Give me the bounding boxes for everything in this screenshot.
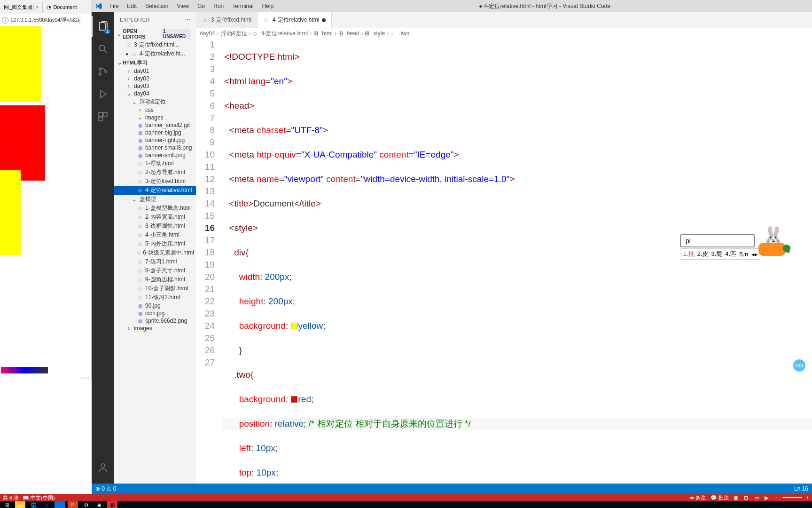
ime-candidate[interactable]: 2.皮 [697, 250, 709, 258]
folder-item[interactable]: ›images [114, 325, 196, 332]
view-sorter-icon[interactable]: ⊞ [744, 495, 750, 500]
editor-tab-active[interactable]: ◇4-定位relative.html [258, 12, 332, 28]
file-item[interactable]: ▦sprite.666d2.png [114, 317, 196, 325]
source-control-icon[interactable] [92, 61, 114, 82]
file-item[interactable]: ▦banner_small2.gif [114, 121, 196, 129]
powerpoint-status-bar: 共 8 张 📖 中文(中国) ≐ 备注 💬 批注 ▣ ⊞ ▭ ▶ − + [0, 494, 812, 501]
file-item[interactable]: ◇5-内外边距.html [114, 239, 196, 248]
menu-selection[interactable]: Selection [141, 2, 172, 10]
ime-candidate[interactable]: 1.批 [683, 250, 695, 258]
app-icon[interactable]: ◧ [107, 501, 117, 508]
editor-tab[interactable]: ◇3-定位fixed.html [196, 12, 258, 28]
extensions-icon[interactable] [92, 106, 114, 127]
obs-icon[interactable]: ◉ [94, 501, 104, 508]
timer-badge[interactable]: 03:1 [793, 359, 805, 372]
folder-item[interactable]: ⌄盒模型 [114, 195, 196, 204]
preview-box-3 [0, 170, 21, 255]
loading-icon: ◔ [47, 4, 51, 10]
open-editors-header[interactable]: ⌄OPEN EDITORS1 UNSAVED [114, 27, 196, 40]
folder-item[interactable]: ›day01 [114, 67, 196, 75]
status-problems[interactable]: ⊗ 0 ⚠ 0 [95, 485, 116, 492]
folder-item[interactable]: ⌄浮动&定位 [114, 97, 196, 106]
ie-icon[interactable]: e [41, 501, 52, 508]
address-bar[interactable]: i 127.0.0.1:5500/day04/浮动&定 [0, 14, 91, 26]
file-item[interactable]: ▦icon.jpg [114, 310, 196, 317]
file-explorer-icon[interactable]: 📁 [15, 501, 25, 508]
explorer-icon[interactable]: 1 [92, 16, 114, 37]
more-icon[interactable]: ⋯ [185, 17, 191, 23]
zoom-in-icon[interactable]: + [806, 495, 809, 500]
start-button[interactable]: ⊞ [2, 501, 12, 508]
menu-file[interactable]: File [106, 2, 122, 10]
editor-tab-bar: ◇3-定位fixed.html ◇4-定位relative.html [196, 12, 812, 28]
lang-label[interactable]: 📖 中文(中国) [23, 494, 55, 501]
file-item[interactable]: ◇8-盒子尺寸.html [114, 266, 196, 275]
svg-rect-5 [103, 112, 107, 116]
open-editor-item[interactable]: ◇3-定位fixed.html... [114, 40, 196, 49]
file-item[interactable]: ▦banner-small3.png [114, 144, 196, 151]
close-icon[interactable]: × [36, 4, 39, 10]
folder-item[interactable]: ⌄day04 [114, 90, 196, 97]
window-title: ● 4-定位relative.html - html学习 - Visual St… [277, 2, 812, 10]
zoom-slider[interactable] [783, 497, 802, 498]
file-item[interactable]: ◇2-起点导航.html [114, 168, 196, 177]
file-item[interactable]: ◇3-定位fixed.html [114, 177, 196, 186]
search-icon[interactable] [92, 39, 114, 59]
file-item[interactable]: ▦banner-big.jpg [114, 129, 196, 136]
menu-view[interactable]: View [173, 2, 193, 10]
folder-item[interactable]: ›day03 [114, 82, 196, 90]
file-item[interactable]: ◇10-盒子阴影.html [114, 284, 196, 293]
file-item[interactable]: ◇6-块级元素居中.html [114, 248, 196, 257]
file-item[interactable]: ◇4-小三角.html [114, 230, 196, 239]
menu-run[interactable]: Run [210, 2, 227, 10]
folder-item[interactable]: ›css [114, 106, 196, 114]
slideshow-icon[interactable]: ▶ [765, 495, 770, 500]
code-editor[interactable]: 1234567891011121314151617181920212223242… [196, 39, 812, 508]
notes-button[interactable]: ≐ 备注 [690, 494, 706, 501]
ime-candidate[interactable]: 3.屁 [711, 250, 723, 258]
debug-icon[interactable] [92, 84, 114, 104]
browser-tab-2[interactable]: ◔Document [43, 2, 81, 12]
file-item[interactable]: ◇2-内容宽高.html [114, 213, 196, 222]
file-item[interactable]: ◇7-练习1.html [114, 257, 196, 266]
folder-item[interactable]: ›day02 [114, 75, 196, 82]
page-preview [0, 26, 91, 255]
breadcrumb[interactable]: day04› 浮动&定位› ◇4-定位relative.html› ⊞html›… [196, 28, 812, 39]
file-item[interactable]: ◇9-圆角边框.html [114, 275, 196, 284]
status-line-col[interactable]: Ln 16 [794, 485, 808, 492]
settings-taskbar-icon[interactable]: ⚙ [81, 501, 91, 508]
file-item[interactable]: ▦banner-right.jpg [114, 136, 196, 144]
file-item[interactable]: ◇1-盒模型概念.html [114, 204, 196, 213]
vscode-taskbar-icon[interactable] [55, 501, 65, 508]
ime-candidate[interactable]: 4.匹 [725, 250, 736, 258]
code-content[interactable]: <!DOCTYPE html> <html lang="en"> <head> … [223, 39, 812, 508]
zoom-out-icon[interactable]: − [775, 495, 778, 500]
file-item[interactable]: ◇11-练习2.html [114, 293, 196, 302]
project-header[interactable]: ⌄HTML学习 [114, 58, 196, 67]
comments-button[interactable]: 💬 批注 [710, 494, 729, 501]
powerpoint-icon[interactable]: P [68, 501, 78, 508]
account-icon[interactable] [92, 457, 114, 478]
ime-candidates[interactable]: 1.批 2.皮 3.屁 4.匹 5.π ◂▸ [680, 248, 761, 260]
menu-terminal[interactable]: Terminal [228, 2, 257, 10]
ime-input[interactable] [680, 234, 755, 247]
menu-edit[interactable]: Edit [123, 2, 141, 10]
file-item[interactable]: ▦90.jpg [114, 302, 196, 310]
file-item[interactable]: ◇1-浮动.html [114, 159, 196, 168]
file-item[interactable]: ▦banner-smll.png [114, 151, 196, 159]
activity-bar: 1 1 [92, 12, 114, 508]
folder-item[interactable]: ⌄images [114, 114, 196, 121]
svg-rect-4 [99, 112, 102, 116]
chrome-icon[interactable]: 🌐 [28, 501, 39, 508]
view-normal-icon[interactable]: ▣ [734, 495, 739, 500]
open-editor-item[interactable]: ◇4-定位relative.ht... [114, 49, 196, 58]
ime-paging-icon[interactable]: ◂▸ [751, 251, 758, 258]
ime-candidate[interactable]: 5.π [739, 251, 749, 258]
file-item-active[interactable]: ◇4-定位relative.html [114, 186, 196, 195]
browser-tab-1[interactable]: 网_阅文集团|× [0, 2, 43, 13]
browser-preview-panel: 网_阅文集团|× ◔Document i 127.0.0.1:5500/day0… [0, 0, 92, 381]
menu-help[interactable]: Help [258, 2, 278, 10]
view-reading-icon[interactable]: ▭ [754, 495, 760, 500]
menu-go[interactable]: Go [194, 2, 209, 10]
file-item[interactable]: ◇3-边框属性.html [114, 222, 196, 230]
